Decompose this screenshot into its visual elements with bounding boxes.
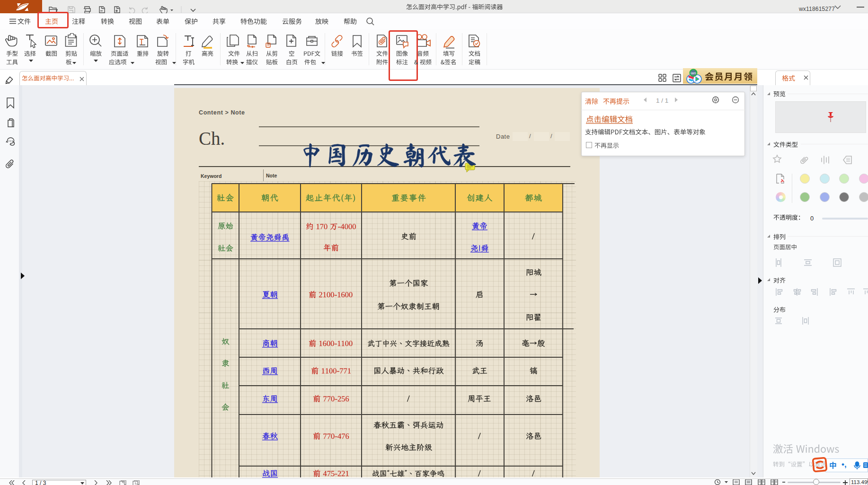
svg-text:iam: iam bbox=[691, 71, 696, 75]
